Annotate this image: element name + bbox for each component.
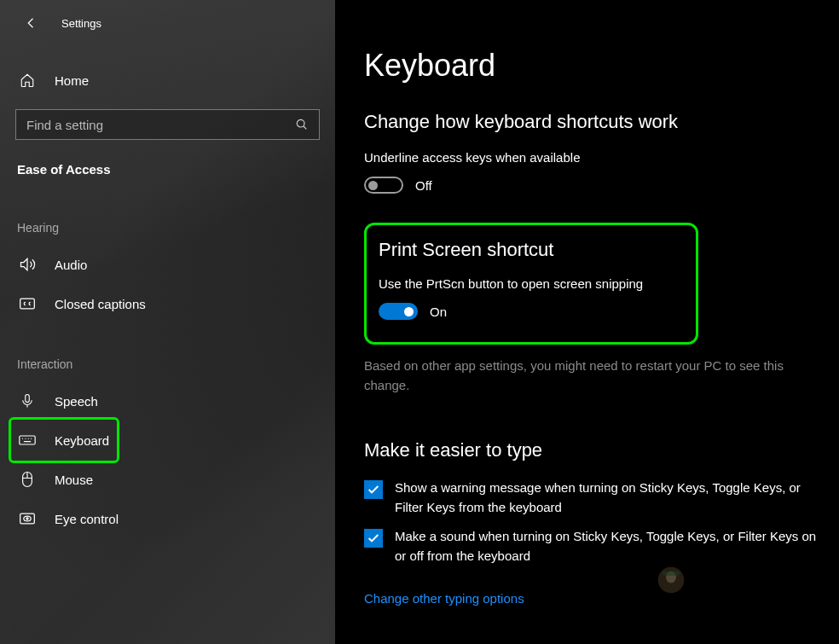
- keyboard-icon: [19, 432, 36, 449]
- sidebar-item-audio[interactable]: Audio: [0, 245, 335, 284]
- sidebar-section-title: Ease of Access: [0, 157, 335, 187]
- group-interaction: Interaction: [0, 323, 335, 381]
- sidebar-item-label: Keyboard: [55, 433, 109, 448]
- content-area: Keyboard Change how keyboard shortcuts w…: [335, 0, 839, 644]
- avatar-icon: [657, 566, 686, 595]
- window-header: Settings: [0, 9, 335, 46]
- prtscn-toggle-row: On: [379, 303, 680, 320]
- prtscn-label: Use the PrtScn button to open screen sni…: [379, 276, 680, 291]
- typing-options-link[interactable]: Change other typing options: [364, 591, 524, 606]
- underline-toggle[interactable]: [364, 177, 403, 194]
- mouse-icon: [19, 471, 36, 488]
- search-box[interactable]: [15, 109, 320, 140]
- sidebar-item-label: Closed captions: [55, 297, 146, 311]
- sidebar-item-mouse[interactable]: Mouse: [0, 460, 335, 499]
- shortcuts-heading: Change how keyboard shortcuts work: [364, 111, 819, 133]
- mic-icon: [19, 392, 36, 409]
- eye-icon: [19, 510, 36, 527]
- svg-point-7: [26, 518, 28, 519]
- prtscn-toggle[interactable]: [379, 303, 418, 320]
- check-sound[interactable]: Make a sound when turning on Sticky Keys…: [364, 527, 819, 566]
- svg-rect-10: [663, 571, 680, 576]
- sidebar-item-label: Eye control: [55, 512, 119, 526]
- sidebar-item-eye-control[interactable]: Eye control: [0, 499, 335, 538]
- prtscn-highlight: Print Screen shortcut Use the PrtScn but…: [364, 223, 698, 345]
- svg-rect-3: [20, 436, 35, 444]
- group-hearing: Hearing: [0, 187, 335, 245]
- sidebar-item-label: Audio: [55, 258, 87, 272]
- audio-icon: [19, 256, 36, 273]
- svg-rect-1: [20, 299, 35, 309]
- prtscn-state: On: [430, 305, 447, 319]
- check-label: Make a sound when turning on Sticky Keys…: [395, 527, 819, 566]
- home-icon: [19, 72, 36, 89]
- svg-rect-2: [26, 395, 30, 403]
- underline-label: Underline access keys when available: [364, 150, 819, 165]
- check-label: Show a warning message when turning on S…: [395, 479, 819, 517]
- svg-point-0: [297, 119, 304, 127]
- window-title: Settings: [61, 17, 101, 30]
- sidebar-item-speech[interactable]: Speech: [0, 381, 335, 421]
- sidebar-item-label: Mouse: [55, 473, 93, 487]
- search-input[interactable]: [26, 118, 295, 132]
- page-title: Keyboard: [364, 48, 819, 84]
- prtscn-note: Based on other app settings, you might n…: [364, 357, 819, 395]
- sidebar-item-keyboard[interactable]: Keyboard: [0, 421, 335, 460]
- home-label: Home: [55, 73, 89, 88]
- sidebar-home[interactable]: Home: [0, 60, 335, 101]
- sidebar: Settings Home Ease of Access Hearing Aud…: [0, 0, 335, 644]
- search-icon: [295, 118, 309, 131]
- underline-state: Off: [415, 178, 432, 193]
- sidebar-item-closed-captions[interactable]: Closed captions: [0, 284, 335, 323]
- cc-icon: [19, 295, 36, 312]
- back-arrow-icon[interactable]: [24, 15, 39, 31]
- checkbox-icon[interactable]: [364, 529, 383, 548]
- prtscn-heading: Print Screen shortcut: [379, 239, 680, 261]
- check-warning[interactable]: Show a warning message when turning on S…: [364, 479, 819, 517]
- checkbox-icon[interactable]: [364, 480, 383, 499]
- easier-heading: Make it easier to type: [364, 439, 819, 461]
- underline-toggle-row: Off: [364, 177, 819, 194]
- sidebar-item-label: Speech: [55, 394, 98, 409]
